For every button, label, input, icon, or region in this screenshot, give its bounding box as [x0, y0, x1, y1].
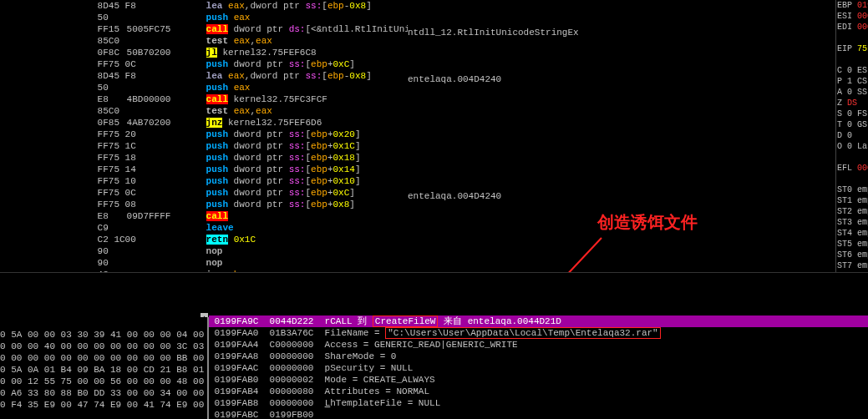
register-row [837, 54, 868, 65]
register-row [837, 33, 868, 43]
annotation-text: 创造诱饵文件 [597, 211, 698, 234]
register-row: S 0 FS [837, 109, 868, 119]
register-row: P 1 CS [837, 76, 868, 87]
register-row: D 0 [837, 130, 868, 141]
disasm-row[interactable]: FF75 18push dword ptr ss:[ebp+0x18] [92, 152, 835, 164]
dump-row[interactable]: 0 A6 33 80 88 B0 DD 33 00 00 34 00 00 [0, 387, 207, 399]
disasm-row[interactable]: FF75 10push dword ptr ss:[ebp+0x10] [92, 175, 835, 187]
dump-row[interactable]: 0 00 00 00 00 00 00 00 00 00 00 BB 00 [0, 352, 207, 364]
disasm-row[interactable]: C2 1C00retn 0x1C [92, 234, 835, 245]
register-row: ST0 empt [837, 184, 868, 195]
register-row [837, 174, 868, 184]
register-row: O 0 Las [837, 141, 868, 152]
disasm-row[interactable]: 0F854AB70200jnz kernel32.75FEF6D6 [92, 117, 835, 129]
register-row: T 0 GS [837, 119, 868, 130]
disasm-row[interactable]: 8D45 F8lea eax,dword ptr ss:[ebp-0x8] [92, 0, 835, 12]
dump-row[interactable] [0, 317, 207, 329]
dump-row[interactable]: 0 5A 00 00 03 30 39 41 00 00 00 04 00 [0, 329, 207, 341]
dump-row[interactable]: 0 5A 0A 01 B4 09 BA 18 00 CD 21 B8 01 [0, 364, 207, 376]
disasm-row[interactable]: 0F8C50B70200jl kernel32.75FEF6C8 [92, 47, 835, 58]
stack-row[interactable]: 0199FAA8 00000000 ShareMode = 0 [209, 351, 868, 362]
disasm-row[interactable]: FF75 20push dword ptr ss:[ebp+0x20] [92, 129, 835, 140]
stack-row[interactable]: 0199FAA4 C0000000 Access = GENERIC_READ|… [209, 339, 868, 351]
disasm-row[interactable]: FF75 0Cpush dword ptr ss:[ebp+0xC]entela… [92, 187, 835, 199]
register-row [837, 152, 868, 163]
disasm-row[interactable]: 90nop [92, 245, 835, 257]
disasm-row[interactable]: FF75 14push dword ptr ss:[ebp+0x14] [92, 164, 835, 175]
disasm-row[interactable]: FF75 0Cpush dword ptr ss:[ebp+0xC] [92, 58, 835, 70]
stack-row[interactable]: 0199FAA0 01B3A76C FileName = "C:\Users\U… [209, 327, 868, 339]
register-row: Z DS [837, 98, 868, 109]
register-row: EBP 0199 [837, 0, 868, 11]
disasm-row[interactable]: C9leave [92, 222, 835, 234]
register-row: EDI 0000 [837, 22, 868, 33]
disasm-row[interactable]: E84BD00000call kernel32.75FC3FCF [92, 93, 835, 105]
disasm-row[interactable]: 8D45 F8lea eax,dword ptr ss:[ebp-0x8]ent… [92, 70, 835, 82]
disasm-row[interactable]: E809D7FFFFcall [92, 210, 835, 222]
stack-row[interactable]: 0199FAB0 00000002 Mode = CREATE_ALWAYS [209, 374, 868, 386]
register-row: ESI 0000 [837, 11, 868, 22]
stack-row[interactable]: 0199FAB4 00000080 Attributes = NORMAL [209, 386, 868, 397]
dump-row[interactable]: 0 F4 35 E9 00 47 74 E9 00 41 74 E9 00 [0, 399, 207, 411]
register-row: C 0 ES [837, 65, 868, 76]
hexdump-pane[interactable]: 0 5A 00 00 03 30 39 41 00 00 00 04 000 0… [0, 317, 209, 419]
register-row: ST5 empt [837, 239, 868, 250]
register-row: A 0 SS [837, 87, 868, 98]
disassembly-pane[interactable]: 8D45 F8lea eax,dword ptr ss:[ebp-0x8] 50… [92, 0, 836, 275]
register-row: ST7 empt [837, 260, 868, 271]
stack-pane[interactable]: 0199FA9C 0044D222 rCALL 到 CreateFileW 来自… [209, 316, 868, 419]
disasm-row[interactable]: FF75 1Cpush dword ptr ss:[ebp+0x1C] [92, 140, 835, 152]
register-row: ST6 empt [837, 250, 868, 260]
dump-row[interactable]: 0 00 12 55 75 00 00 56 00 00 00 48 00 [0, 376, 207, 387]
register-row: ST1 empt [837, 195, 868, 206]
stack-row[interactable]: 0199FABC 0199FB00 [209, 409, 868, 419]
register-row: ST4 empt [837, 228, 868, 239]
pane-divider [0, 272, 868, 315]
register-row: ST2 empt [837, 206, 868, 217]
disasm-row[interactable]: FF155005FC75call dword ptr ds:[<&ntdll.R… [92, 23, 835, 35]
disasm-row[interactable]: 50push eax [92, 12, 835, 23]
register-row: EFL 0000 [837, 163, 868, 174]
register-row: EIP 75FC [837, 43, 868, 54]
register-row: ST3 empt [837, 217, 868, 228]
dump-row[interactable]: 0 00 00 40 00 00 00 00 00 00 00 3C 03 [0, 341, 207, 352]
stack-row-call[interactable]: 0199FA9C 0044D222 rCALL 到 CreateFileW 来自… [209, 316, 868, 327]
registers-pane[interactable]: EBP 0199ESI 0000EDI 0000 EIP 75FC C 0 ES… [837, 0, 868, 275]
stack-row[interactable]: 0199FAAC 00000000 pSecurity = NULL [209, 362, 868, 374]
disasm-row[interactable]: 90nop [92, 257, 835, 269]
disasm-row[interactable]: 85C0test eax,eax [92, 105, 835, 117]
stack-row[interactable]: 0199FAB8 00000000 LhTemplateFile = NULL [209, 397, 868, 409]
